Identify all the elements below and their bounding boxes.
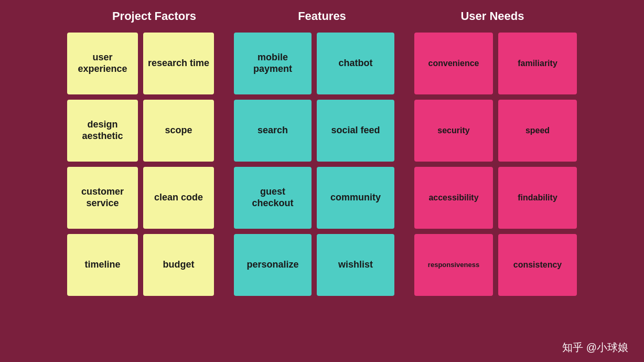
header-row: Project Factors Features User Needs xyxy=(0,0,644,28)
card-responsiveness: responsiveness xyxy=(414,234,493,296)
card-consistency: consistency xyxy=(498,234,577,296)
grid-area: user experience research time mobile pay… xyxy=(0,28,644,300)
header-features: Features xyxy=(225,9,398,23)
card-speed: speed xyxy=(498,100,577,162)
card-personalize: personalize xyxy=(234,234,312,296)
card-social-feed: social feed xyxy=(317,100,394,162)
card-user-experience: user experience xyxy=(67,33,138,94)
card-convenience: convenience xyxy=(414,33,493,94)
card-wishlist: wishlist xyxy=(317,234,394,296)
card-research-time: research time xyxy=(143,33,214,94)
card-budget: budget xyxy=(143,234,214,296)
card-chatbot: chatbot xyxy=(317,33,394,94)
card-familiarity: familiarity xyxy=(498,33,577,94)
card-mobile-payment: mobile payment xyxy=(234,33,312,94)
header-project-factors: Project Factors xyxy=(68,9,225,23)
card-community: community xyxy=(317,167,394,229)
grid-row-4: timeline budget personalize wishlist res… xyxy=(16,234,628,296)
card-design-aesthetic: design aesthetic xyxy=(67,100,138,162)
grid-row-2: design aesthetic scope search social fee… xyxy=(16,100,628,162)
card-customer-service: customer service xyxy=(67,167,138,229)
card-security: security xyxy=(414,100,493,162)
card-scope: scope xyxy=(143,100,214,162)
header-user-needs: User Needs xyxy=(398,9,576,23)
card-findability: findability xyxy=(498,167,577,229)
grid-row-3: customer service clean code guest checko… xyxy=(16,167,628,229)
card-accessibility: accessibility xyxy=(414,167,493,229)
card-guest-checkout: guest checkout xyxy=(234,167,312,229)
card-timeline: timeline xyxy=(67,234,138,296)
watermark: 知乎 @小球娘 xyxy=(562,340,628,355)
card-clean-code: clean code xyxy=(143,167,214,229)
grid-row-1: user experience research time mobile pay… xyxy=(16,33,628,94)
card-search: search xyxy=(234,100,312,162)
